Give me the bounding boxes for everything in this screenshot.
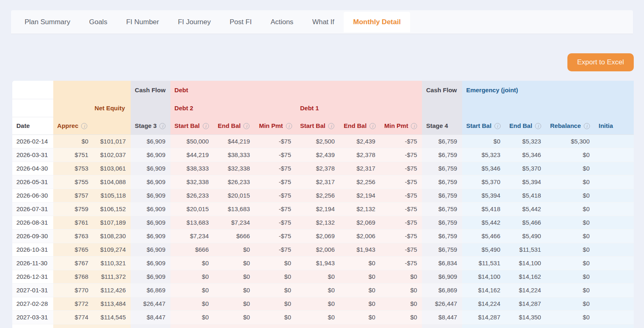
info-icon[interactable]: i [203, 123, 209, 129]
value-cell: -$75 [380, 256, 422, 270]
header-label: Debt [175, 87, 188, 93]
value-cell: $7,234 [214, 216, 255, 229]
value-cell: $0 [462, 134, 505, 148]
value-cell: $767 [53, 256, 93, 270]
tab-fi-journey[interactable]: FI Journey [168, 12, 220, 32]
value-cell: $14,224 [462, 297, 505, 310]
value-cell: $6,759 [422, 134, 462, 148]
tab-fi-number[interactable]: FI Number [117, 12, 168, 32]
value-cell: $20,015 [214, 189, 255, 202]
value-cell: $111,372 [93, 270, 131, 283]
value-cell: $0 [214, 283, 255, 297]
info-icon[interactable]: i [286, 123, 292, 129]
header-spacer [53, 81, 131, 99]
monthly-detail-table: Cash FlowDebtCash FlowEmergency (joint) … [12, 81, 634, 328]
info-icon[interactable]: i [584, 123, 590, 129]
info-icon[interactable]: i [535, 123, 541, 129]
value-cell [594, 310, 634, 324]
export-to-excel-button[interactable]: Export to Excel [567, 53, 634, 71]
date-cell: 2026-12-31 [12, 270, 53, 283]
tab-monthly-detail[interactable]: Monthly Detail [344, 12, 410, 32]
table-row [12, 324, 634, 328]
date-cell: 2026-03-31 [12, 148, 53, 162]
value-cell: $6,909 [131, 216, 170, 229]
value-cell: $0 [255, 270, 296, 283]
value-cell [594, 324, 634, 328]
value-cell: $106,152 [93, 202, 131, 216]
date-cell: 2027-02-28 [12, 297, 53, 310]
value-cell: $114,545 [93, 310, 131, 324]
value-cell: $6,759 [422, 175, 462, 189]
header-start-bal: Start Bali [170, 117, 214, 134]
value-cell: $0 [214, 270, 255, 283]
tab-actions[interactable]: Actions [261, 12, 303, 32]
header-label: End Bal [218, 122, 241, 129]
table-row: 2026-07-31$759$106,152$6,909$20,015$13,6… [12, 202, 634, 216]
header-debt: Debt [170, 81, 422, 99]
header-debt-1: Debt 1 [296, 99, 422, 117]
tab-plan-summary[interactable]: Plan Summary [15, 12, 79, 32]
header-spacer [12, 81, 53, 99]
value-cell: $13,683 [214, 202, 255, 216]
value-cell: $761 [53, 216, 93, 229]
value-cell: $0 [170, 270, 214, 283]
tab-what-if[interactable]: What If [303, 12, 344, 32]
value-cell: $2,439 [296, 148, 340, 162]
header-label: Rebalance [550, 122, 581, 129]
value-cell: $11,531 [462, 256, 505, 270]
header-label: Start Bal [466, 122, 492, 129]
value-cell: $2,132 [296, 216, 340, 229]
header-label: Cash Flow [135, 87, 166, 93]
info-icon[interactable]: i [159, 123, 166, 129]
value-cell: $2,378 [340, 148, 380, 162]
header-label: Net Equity [95, 105, 125, 112]
value-cell: $2,069 [296, 229, 340, 243]
monthly-detail-table-container[interactable]: Cash FlowDebtCash FlowEmergency (joint) … [12, 81, 634, 328]
value-cell: -$75 [255, 202, 296, 216]
value-cell [594, 189, 634, 202]
header-end-bal: End Bali [214, 117, 255, 134]
tab-goals[interactable]: Goals [79, 12, 116, 32]
header-label: Min Pmt [259, 122, 283, 129]
value-cell: $0 [340, 310, 380, 324]
value-cell: $50,000 [170, 134, 214, 148]
value-cell: $26,447 [131, 297, 170, 310]
header-stage-4: Stage 4 [422, 117, 462, 134]
value-cell: -$75 [255, 175, 296, 189]
header-min-pmt: Min Pmti [380, 117, 422, 134]
info-icon[interactable]: i [243, 123, 249, 129]
info-icon[interactable]: i [328, 123, 334, 129]
header-spacer [462, 99, 634, 117]
table-row: 2026-12-31$768$111,372$6,909$0$0$0$0$0$0… [12, 270, 634, 283]
value-cell: $0 [170, 256, 214, 270]
info-icon[interactable]: i [411, 123, 417, 129]
value-cell: -$75 [380, 243, 422, 256]
value-cell [422, 324, 462, 328]
value-cell: $14,224 [505, 283, 546, 297]
value-cell: $14,100 [505, 256, 546, 270]
value-cell [462, 324, 505, 328]
date-cell: 2026-09-30 [12, 229, 53, 243]
value-cell: $7,234 [170, 229, 214, 243]
table-row: 2026-03-31$751$102,037$6,909$44,219$38,3… [12, 148, 634, 162]
value-cell: $0 [214, 297, 255, 310]
value-cell: $0 [170, 310, 214, 324]
value-cell: $8,447 [131, 310, 170, 324]
info-icon[interactable]: i [370, 123, 376, 129]
value-cell: $14,100 [462, 270, 505, 283]
value-cell [505, 324, 546, 328]
value-cell [255, 324, 296, 328]
info-icon[interactable]: i [81, 123, 87, 129]
value-cell: $6,759 [422, 229, 462, 243]
value-cell: $5,442 [505, 202, 546, 216]
value-cell: $0 [380, 310, 422, 324]
value-cell: $0 [214, 310, 255, 324]
value-cell: $6,909 [131, 175, 170, 189]
info-icon[interactable]: i [494, 123, 501, 129]
value-cell: $11,531 [505, 243, 546, 256]
tab-post-fi[interactable]: Post FI [220, 12, 261, 32]
header-rebalance: Rebalancei [546, 117, 595, 134]
value-cell: $0 [546, 256, 595, 270]
table-row: 2026-02-14$0$101,017$6,909$50,000$44,219… [12, 134, 634, 148]
value-cell: $5,490 [505, 229, 546, 243]
